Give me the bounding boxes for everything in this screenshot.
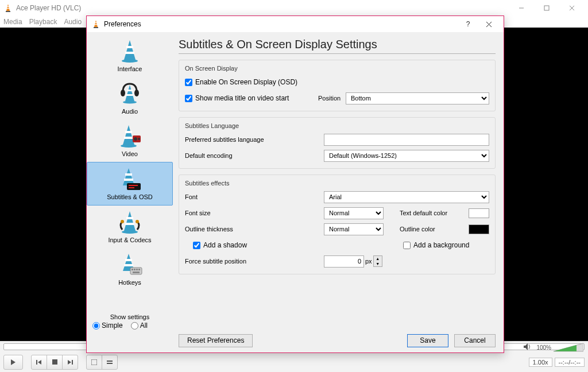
- cat-label: Interface: [118, 65, 142, 72]
- encoding-select[interactable]: Default (Windows-1252): [324, 150, 489, 162]
- stop-button[interactable]: [47, 355, 63, 370]
- cat-label: Video: [122, 150, 138, 157]
- keyboard-cone-icon: [117, 251, 143, 278]
- svg-marker-36: [123, 125, 134, 145]
- svg-marker-43: [123, 168, 134, 185]
- chk-add-background[interactable]: Add a background: [403, 241, 489, 249]
- svg-rect-62: [138, 269, 140, 270]
- svg-rect-48: [129, 187, 134, 188]
- cat-audio[interactable]: Audio: [87, 77, 173, 119]
- preferred-lang-input[interactable]: [324, 134, 489, 146]
- cat-label: Input & Codecs: [108, 237, 151, 243]
- reset-button[interactable]: Reset Preferences: [179, 334, 253, 347]
- svg-rect-59: [131, 269, 133, 270]
- position-label: Position: [318, 95, 346, 102]
- chk-enable-osd[interactable]: Enable On Screen Display (OSD): [185, 78, 297, 86]
- prev-button[interactable]: [31, 355, 47, 370]
- speaker-icon[interactable]: [524, 343, 532, 352]
- font-select[interactable]: Arial: [324, 191, 489, 203]
- svg-rect-28: [126, 46, 133, 48]
- group-effects: Subtitles effects Font Arial Font size N…: [179, 175, 496, 274]
- extended-button[interactable]: [102, 355, 118, 370]
- menu-audio[interactable]: Audio: [64, 18, 82, 26]
- svg-point-41: [134, 137, 137, 141]
- maximize-button[interactable]: [534, 0, 559, 16]
- svg-point-54: [136, 220, 139, 223]
- force-pos-spinner[interactable]: px ▲▼: [324, 255, 382, 268]
- outline-thick-select[interactable]: Normal: [324, 223, 384, 235]
- text-color-label: Text default color: [400, 210, 463, 216]
- text-color-swatch[interactable]: [469, 208, 489, 218]
- time-indicator: --:--/--:--: [555, 358, 585, 367]
- cat-subtitles[interactable]: Subtitles & OSD: [87, 162, 173, 206]
- cat-label: Hotkeys: [118, 279, 141, 286]
- svg-marker-30: [125, 85, 134, 101]
- svg-rect-14: [91, 359, 97, 365]
- zoom-indicator: 1.00x: [529, 358, 552, 367]
- cat-interface[interactable]: Interface: [87, 34, 173, 77]
- group-title: On Screen Display: [185, 65, 489, 72]
- svg-rect-44: [125, 173, 132, 176]
- save-button[interactable]: Save: [407, 334, 448, 347]
- cat-label: Subtitles & OSD: [107, 193, 152, 200]
- cat-video[interactable]: Video: [87, 119, 173, 162]
- spin-up[interactable]: ▲: [374, 256, 382, 261]
- svg-rect-13: [72, 360, 73, 365]
- svg-rect-45: [124, 179, 133, 181]
- spin-down[interactable]: ▼: [374, 261, 382, 266]
- cat-input-codecs[interactable]: Input & Codecs: [87, 206, 173, 248]
- svg-marker-49: [124, 211, 136, 231]
- radio-simple[interactable]: Simple: [92, 321, 123, 330]
- group-title: Subtitles effects: [185, 180, 489, 187]
- svg-rect-61: [136, 269, 138, 270]
- radio-all[interactable]: All: [131, 321, 148, 330]
- svg-rect-56: [125, 259, 132, 261]
- radio-simple-input[interactable]: [92, 322, 100, 330]
- svg-rect-1: [6, 11, 10, 12]
- play-button[interactable]: [3, 355, 23, 370]
- close-button[interactable]: [559, 0, 585, 16]
- svg-rect-23: [95, 24, 98, 25]
- svg-point-31: [123, 101, 137, 104]
- force-pos-input[interactable]: [324, 255, 364, 268]
- svg-rect-9: [36, 360, 37, 365]
- svg-rect-32: [127, 90, 133, 91]
- radio-all-input[interactable]: [131, 322, 138, 330]
- chk-show-title[interactable]: Show media title on video start: [185, 94, 318, 102]
- svg-marker-10: [38, 360, 41, 365]
- film-cone-icon: [117, 123, 143, 149]
- volume-control: 100%: [521, 342, 583, 352]
- cat-hotkeys[interactable]: Hotkeys: [87, 248, 173, 290]
- outline-thick-label: Outline thickness: [185, 226, 324, 232]
- svg-rect-39: [124, 137, 133, 139]
- page-title: Subtitles & On Screen Display Settings: [179, 38, 496, 51]
- help-button[interactable]: ?: [458, 16, 478, 32]
- position-select[interactable]: Bottom: [346, 92, 489, 104]
- chk-add-shadow[interactable]: Add a shadow: [193, 241, 324, 249]
- cat-label: Audio: [122, 108, 138, 115]
- pref-icon: [91, 20, 100, 29]
- svg-point-34: [121, 90, 125, 96]
- outline-color-swatch[interactable]: [469, 224, 489, 234]
- volume-slider[interactable]: [554, 342, 583, 352]
- svg-rect-58: [130, 268, 142, 274]
- svg-rect-57: [124, 264, 133, 266]
- app-icon: [3, 3, 13, 13]
- svg-point-37: [121, 144, 137, 148]
- cancel-button[interactable]: Cancel: [454, 334, 496, 347]
- menu-playback[interactable]: Playback: [29, 18, 57, 26]
- font-size-select[interactable]: Normal: [324, 207, 384, 219]
- preferred-lang-label: Preferred subtitles language: [185, 136, 324, 143]
- menu-media[interactable]: Media: [3, 18, 22, 26]
- svg-rect-3: [7, 8, 10, 9]
- osd-cone-icon: [117, 166, 143, 192]
- minimize-button[interactable]: [509, 0, 534, 16]
- next-button[interactable]: [62, 355, 78, 370]
- svg-rect-5: [544, 6, 549, 10]
- svg-rect-33: [126, 94, 134, 96]
- fullscreen-button[interactable]: [86, 355, 102, 370]
- encoding-label: Default encoding: [185, 152, 324, 159]
- pref-title: Preferences: [104, 20, 141, 28]
- pref-close-button[interactable]: [478, 16, 499, 32]
- group-language: Subtitles Language Preferred subtitles l…: [179, 117, 496, 169]
